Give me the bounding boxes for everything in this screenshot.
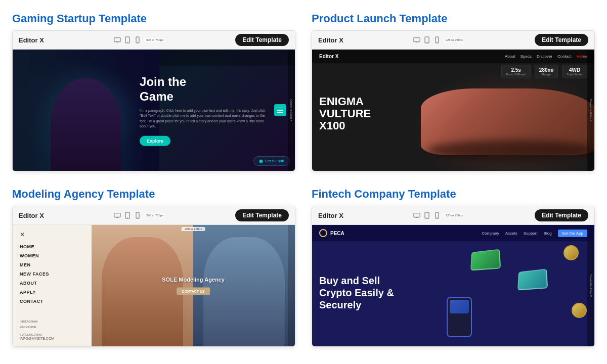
svg-rect-15 — [114, 213, 120, 217]
modeling-resize-controls[interactable]: 320 to 750px — [114, 212, 166, 219]
modeling-sidebar-panel: Created for Editor X — [288, 225, 295, 346]
desktop-icon — [413, 212, 420, 219]
modeling-phone-num: 123-456-7890 — [20, 333, 84, 337]
modeling-instagram: INSTAGRAM — [20, 319, 84, 325]
svg-point-7 — [259, 159, 263, 163]
product-preview-content: Editor X About Specs Discover Contact Ho… — [312, 50, 594, 171]
gaming-hero-image — [13, 50, 159, 171]
gaming-chat-button[interactable]: Let's Chat! — [253, 156, 290, 166]
product-stat-val-3: 4WD — [567, 67, 583, 73]
svg-point-12 — [426, 42, 427, 42]
fintech-nav-blog: Blog — [544, 231, 552, 236]
fintech-hero-text: Buy and SellCrypto Easily &Securely — [319, 275, 394, 311]
product-browser-bar: Editor X 325 to 750px Edit Template — [312, 31, 594, 50]
svg-point-4 — [127, 42, 127, 42]
product-nav-about: About — [505, 54, 515, 59]
product-sidebar-label: Created for Editor X — [589, 99, 592, 121]
product-browser-frame: Editor X 325 to 750px Edit Template Edit… — [312, 30, 595, 171]
tablet-icon — [124, 212, 131, 219]
product-logo: Editor X — [319, 54, 338, 59]
product-nav-contact: Contact — [557, 54, 572, 59]
svg-point-26 — [426, 217, 427, 218]
modeling-edit-button[interactable]: Edit Template — [235, 209, 289, 221]
product-nav-specs: Specs — [521, 54, 532, 59]
modeling-email: INFO@MYSITE.COM — [20, 337, 84, 340]
modeling-contact-button[interactable]: CONTACT US — [177, 288, 209, 295]
fintech-app-button[interactable]: Get the App — [558, 230, 587, 237]
product-resize-controls[interactable]: 325 to 750px — [413, 36, 465, 43]
product-nav-home: Home — [577, 54, 587, 59]
gaming-sidebar-label: Created for Editor X — [290, 99, 293, 121]
gaming-preview-content: Gigaplay Join theGame — [13, 50, 295, 171]
modeling-sidebar: ✕ HOME WOMEN MEN NEW FACES ABOUT APPLY C… — [13, 225, 92, 346]
modeling-nav-about: ABOUT — [20, 281, 84, 286]
gaming-browser-bar: Editor X 320 to 750px — [13, 31, 295, 50]
modeling-nav-newfaces: NEW FACES — [20, 271, 84, 277]
modeling-nav-men: MEN — [20, 262, 84, 267]
fintech-edit-button[interactable]: Edit Template — [535, 209, 588, 221]
fintech-phone-mockup — [447, 297, 472, 337]
fintech-logo-icon — [319, 229, 327, 237]
gaming-hero-content: Join theGame I'm a paragraph. Click here… — [140, 75, 267, 146]
mobile-icon — [134, 36, 141, 43]
fintech-sidebar-label: Created for Editor X — [589, 275, 592, 297]
product-stat-val-1: 2.5s — [506, 67, 526, 73]
modeling-browser-bar: Editor X 320 to 750px Edit Template — [13, 206, 295, 225]
gaming-preview: Gigaplay Join theGame — [13, 50, 295, 171]
fintech-nav-support: Support — [524, 231, 538, 236]
product-nav-links: About Specs Discover Contact Home — [505, 54, 587, 59]
mobile-icon — [433, 36, 441, 43]
modeling-template-card: Modeling Agency Template Editor X 320 to… — [12, 188, 295, 347]
tablet-icon — [124, 36, 131, 43]
product-car-image — [411, 68, 594, 171]
gaming-chat-label: Let's Chat! — [265, 159, 284, 163]
modeling-brand-name: SOLE Modeling Agency — [162, 277, 225, 283]
gaming-explore-button[interactable]: Explore — [140, 135, 170, 146]
fintech-resize-controls[interactable]: 320 to 750px — [413, 212, 465, 219]
product-preview: Editor X About Specs Discover Contact Ho… — [312, 50, 594, 171]
gaming-resize-controls[interactable]: 320 to 750px — [114, 36, 166, 43]
tablet-icon — [423, 212, 430, 219]
product-nav-discover: Discover — [537, 54, 552, 59]
modeling-browser-frame: Editor X 320 to 750px Edit Template ✕ HO… — [12, 206, 295, 347]
modeling-close-icon: ✕ — [20, 231, 84, 238]
fintech-preview: PECA Company Assets Support Blog Get the… — [312, 225, 594, 346]
modeling-social-links: INSTAGRAM FACEBOOK — [20, 319, 84, 330]
gaming-browser-label: Editor X — [19, 36, 44, 44]
svg-point-19 — [127, 217, 127, 218]
chat-icon — [259, 159, 263, 163]
gaming-template-title: Gaming Startup Template — [12, 12, 295, 25]
gaming-edit-button[interactable]: Edit Template — [235, 34, 289, 46]
mobile-icon — [433, 212, 441, 219]
modeling-browser-label: Editor X — [19, 212, 44, 219]
gaming-sidebar-panel: Created for Editor X — [288, 50, 295, 171]
fintech-nav-assets: Assets — [505, 231, 517, 236]
svg-point-21 — [137, 217, 138, 218]
modeling-nav-contact: CONTACT — [20, 299, 84, 304]
modeling-nav-apply: APPLY — [20, 290, 84, 295]
svg-rect-8 — [414, 38, 420, 42]
modeling-facebook: FACEBOOK — [20, 325, 84, 330]
product-nav: Editor X About Specs Discover Contact Ho… — [312, 50, 594, 63]
product-stat-drivetrain: 4WD Triple Motor — [562, 65, 587, 78]
fintech-logo: PECA — [319, 229, 344, 237]
fintech-card-2 — [517, 268, 548, 290]
fintech-preview-content: PECA Company Assets Support Blog Get the… — [312, 225, 594, 346]
fintech-nav: PECA Company Assets Support Blog Get the… — [312, 225, 594, 241]
svg-rect-0 — [114, 38, 120, 42]
product-stats: 2.5s From 0-60mph 280mi Range 4WD Triple… — [501, 65, 587, 78]
modeling-template-title: Modeling Agency Template — [12, 188, 295, 201]
modeling-nav-home: HOME — [20, 244, 84, 249]
fintech-nav-company: Company — [482, 231, 499, 236]
svg-point-28 — [437, 217, 437, 218]
modeling-preview-content: ✕ HOME WOMEN MEN NEW FACES ABOUT APPLY C… — [13, 225, 295, 346]
product-browser-label: Editor X — [318, 36, 343, 44]
product-edit-button[interactable]: Edit Template — [535, 34, 588, 46]
desktop-icon — [413, 36, 420, 43]
product-stat-label-1: From 0-60mph — [506, 73, 526, 76]
fintech-nav-links: Company Assets Support Blog Get the App — [482, 230, 587, 237]
fintech-template-card: Fintech Company Template Editor X 320 to… — [312, 188, 595, 347]
fintech-logo-text: PECA — [330, 231, 344, 236]
gaming-size-indicator: 320 to 750px — [144, 38, 166, 42]
modeling-phone: 123-456-7890 INFO@MYSITE.COM — [20, 333, 84, 340]
